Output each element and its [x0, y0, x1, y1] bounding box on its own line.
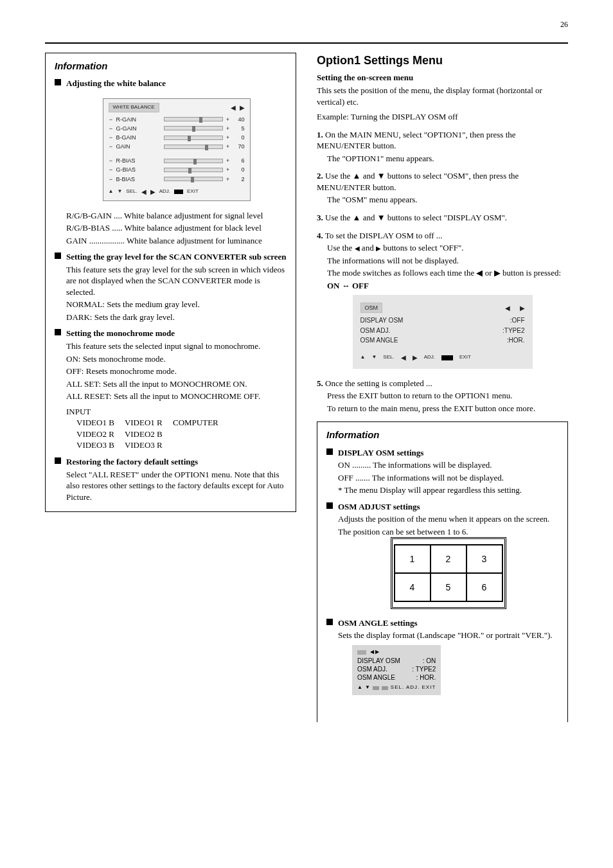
slider-row: −GAIN+70 [109, 142, 245, 151]
triangle-left-icon [231, 105, 236, 111]
step-2: 2. Use the ▲ and ▼ buttons to select "OS… [317, 170, 568, 206]
bullet-icon [55, 79, 61, 85]
two-column-layout: Information Adjusting the white balance … [45, 53, 568, 722]
item-white-balance: Adjusting the white balance WHITE BALANC… [55, 78, 287, 246]
page-number: 26 [45, 19, 568, 30]
screen-cell: 3 [466, 545, 502, 573]
slider-group-gain: −R-GAIN+40 −G-GAIN+5 −B-GAIN+0 −GAIN+70 [109, 115, 245, 152]
input-label: INPUT [66, 406, 287, 418]
information-box-left: Information Adjusting the white balance … [45, 53, 296, 512]
osd-tab: OSM [360, 303, 383, 313]
item-monochrome: Setting the monochrome mode This feature… [55, 328, 287, 450]
osd-option1-osm: OSM DISPLAY OSM :OFF OSM ADJ. :TYPE2 [353, 295, 533, 368]
opt: NORMAL: Sets the medium gray level. [66, 299, 287, 310]
item-desc: This feature sets the selected input sig… [66, 341, 287, 352]
osd-row: OSM ADJ. :TYPE2 [360, 326, 525, 336]
triangle-right-icon [240, 105, 245, 111]
osd-footer: SEL. ADJ. EXIT [109, 188, 245, 197]
osd-footer-sel: SEL. [126, 188, 137, 195]
osd-tab: WHITE BALANCE [109, 103, 159, 112]
item-desc: This feature sets the gray level for the… [66, 264, 287, 298]
osd-mini-preview: ◀ ▶ DISPLAY OSM: ON OSM ADJ.: TYPE2 OSM … [352, 645, 441, 695]
opt: DARK: Sets the dark gray level. [66, 312, 287, 323]
osd-white-balance: WHITE BALANCE −R-GAIN+40 −G-GAIN+5 −B-GA… [103, 98, 251, 201]
osd-row: DISPLAY OSM :OFF [360, 315, 525, 326]
step-1: 1. On the MAIN MENU, select "OPTION1", t… [317, 129, 568, 164]
opt: ON ......... The informations will be di… [338, 459, 558, 471]
item-title: OSM ANGLE settings [338, 617, 558, 629]
right-column: Option1 Settings Menu Setting the on-scr… [317, 53, 568, 722]
triangle-left-icon [355, 244, 360, 252]
wb-line: R/G/B-GAIN .... White balance adjustment… [66, 210, 287, 222]
step-4: 4. To set the DISPLAY OSM to off ... Use… [317, 230, 568, 292]
opt: OFF: Resets monochrome mode. [66, 366, 287, 377]
triangle-left-icon [505, 304, 510, 313]
osd-footer: SEL. ADJ. EXIT [360, 353, 525, 362]
information-heading-left: Information [55, 60, 287, 73]
step-5: 5. Once the setting is completed ... Pre… [317, 378, 568, 414]
osd-footer-adj: ADJ. [159, 188, 170, 195]
item-title: Setting the gray level for the SCAN CONV… [66, 251, 287, 263]
item-title: OSM ADJUST settings [338, 501, 558, 513]
item-desc: Select "ALL RESET" under the OPTION1 men… [66, 469, 287, 503]
section-title: Option1 Settings Menu [317, 53, 568, 68]
info-item-osm-adjust: OSM ADJUST settings Adjusts the position… [326, 501, 558, 612]
extra: ALL RESET: Sets all the input to MONOCHR… [66, 391, 287, 402]
screen-cell: 2 [431, 545, 466, 573]
item-title: Restoring the factory default settings [66, 456, 287, 468]
item-gray-level: Setting the gray level for the SCAN CONV… [55, 251, 287, 323]
bullet-icon [55, 457, 61, 464]
information-box-right: Information DISPLAY OSM settings ON ....… [317, 421, 568, 722]
slider-group-bias: −R-BIAS+6 −G-BIAS+0 −B-BIAS+2 [109, 156, 245, 183]
note: * The menu Display will appear regardles… [338, 484, 558, 496]
screen-cell: 5 [431, 573, 466, 601]
input-row: VIDEO3 B VIDEO3 R [76, 439, 287, 451]
bullet-icon [55, 252, 61, 259]
slider-row: −G-GAIN+5 [109, 124, 245, 133]
information-heading-right: Information [326, 429, 558, 441]
subheading: Setting the on-screen menu [317, 72, 568, 84]
item-desc: Adjusts the position of the menu when it… [338, 513, 558, 525]
input-row: VIDEO2 R VIDEO2 B [76, 429, 287, 440]
wb-line: GAIN ................. White balance adj… [66, 235, 287, 247]
item-desc: Sets the display format (Landscape "HOR.… [338, 630, 558, 641]
left-column: Information Adjusting the white balance … [45, 53, 296, 722]
bullet-icon [55, 329, 61, 335]
item-title: Adjusting the white balance [66, 78, 287, 89]
screen-cell: 1 [395, 545, 431, 573]
opt: ON: Sets monochrome mode. [66, 353, 287, 365]
triangle-right-icon [376, 244, 381, 252]
extra: ALL SET: Sets all the input to MONOCHROM… [66, 378, 287, 390]
item-restoring: Restoring the factory default settings S… [55, 456, 287, 502]
wb-line: R/G/B-BIAS ..... White balance adjustmen… [66, 222, 287, 234]
bullet-icon [326, 448, 333, 455]
input-row: VIDEO1 B VIDEO1 R COMPUTER [76, 417, 287, 429]
slider-row: −G-BIAS+0 [109, 165, 245, 174]
top-rule [45, 42, 568, 44]
info-item-display-osm: DISPLAY OSM settings ON ......... The in… [326, 447, 558, 496]
osd-row: OSM ANGLE :HOR. [360, 335, 525, 346]
osd-footer-exit: EXIT [187, 188, 199, 195]
slider-row: −R-GAIN+40 [109, 115, 245, 124]
item-title: DISPLAY OSM settings [338, 447, 558, 459]
step-3: 3. Use the ▲ and ▼ buttons to select "DI… [317, 212, 568, 224]
intro: This sets the position of the menu, the … [317, 85, 568, 107]
bullet-icon [326, 502, 333, 509]
slider-row: −R-BIAS+6 [109, 156, 245, 165]
item-title: Setting the monochrome mode [66, 328, 287, 339]
opt: OFF ....... The informations will not be… [338, 472, 558, 484]
item-desc2: The position can be set between 1 to 6. [338, 526, 558, 538]
screen-cell: 4 [395, 573, 431, 601]
info-item-osm-angle: OSM ANGLE settings Sets the display form… [326, 617, 558, 696]
slider-row: −B-GAIN+0 [109, 133, 245, 142]
triangle-right-icon [520, 304, 525, 313]
screen-cell: 6 [466, 573, 502, 601]
screen-position-grid: 1 2 3 4 5 6 [391, 537, 506, 609]
slider-row: −B-BIAS+2 [109, 175, 245, 184]
example-label: Example: Turning the DISPLAY OSM off [317, 111, 568, 123]
bullet-icon [326, 619, 333, 625]
